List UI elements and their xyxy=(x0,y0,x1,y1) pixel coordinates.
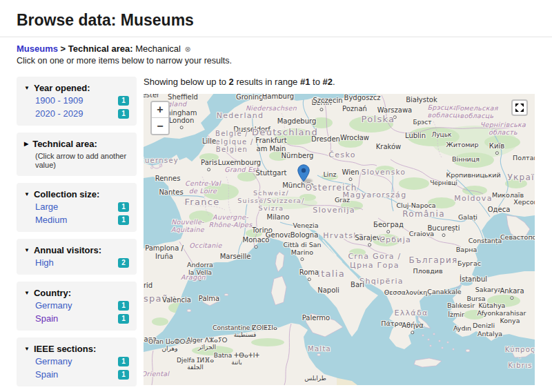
count-badge: 1 xyxy=(118,109,129,119)
filter-option-medium[interactable]: Medium xyxy=(35,215,67,226)
filter-option-high[interactable]: High xyxy=(35,257,54,268)
results-count: 2 xyxy=(229,77,234,87)
breadcrumb-filter-label: Technical area: xyxy=(68,43,133,54)
filter-box-technical-area: ▶ Technical area: (Click arrow to add an… xyxy=(17,133,137,176)
title-divider xyxy=(0,37,552,37)
filter-toggle-country[interactable]: ▼ Country: xyxy=(24,288,129,298)
chevron-down-icon: ▼ xyxy=(24,247,30,254)
filter-sidebar: ▼ Year opened: 1900 - 1909 1 2020 - 2029… xyxy=(17,77,137,392)
count-badge: 1 xyxy=(118,370,129,380)
chevron-down-icon: ▼ xyxy=(24,346,30,353)
filter-option-large[interactable]: Large xyxy=(35,202,58,213)
filter-option-row: Spain 1 xyxy=(35,313,129,324)
filter-option-1900-1909[interactable]: 1900 - 1909 xyxy=(35,95,83,106)
filter-option-row: Large 1 xyxy=(35,202,129,213)
results-range-end: #2 xyxy=(323,77,333,87)
filter-toggle-year-opened[interactable]: ▼ Year opened: xyxy=(24,83,129,93)
breadcrumb-museums-link[interactable]: Museums xyxy=(17,43,58,54)
count-badge: 1 xyxy=(118,202,129,212)
count-badge: 2 xyxy=(118,258,129,268)
filter-option-row: 1900 - 1909 1 xyxy=(35,95,129,106)
results-summary: Showing below up to 2 results in range #… xyxy=(144,77,535,87)
filter-label: IEEE sections: xyxy=(34,344,96,354)
filter-box-country: ▼ Country: Germany 1 Spain 1 xyxy=(17,282,137,331)
results-panel: Showing below up to 2 results in range #… xyxy=(144,77,535,392)
filter-option-row: Medium 1 xyxy=(35,215,129,226)
filter-option-row: High 2 xyxy=(35,257,129,268)
filter-option-row: 2020 - 2029 1 xyxy=(35,108,129,119)
breadcrumb-separator: > xyxy=(61,43,66,54)
chevron-down-icon: ▼ xyxy=(24,191,30,198)
breadcrumb-filter-value: Mechanical xyxy=(135,43,181,54)
filter-label: Annual visitors: xyxy=(34,245,101,255)
page-title: Browse data: Museums xyxy=(17,11,552,30)
filter-label: Collection size: xyxy=(34,189,99,199)
results-prefix: Showing below up to xyxy=(144,77,226,87)
map-pin-icon xyxy=(297,164,310,182)
map[interactable]: ManchesterSheffieldEnglandBirminghamLond… xyxy=(144,94,535,385)
filter-box-collection-size: ▼ Collection size: Large 1 Medium 1 xyxy=(17,183,137,232)
map-zoom-control: + − xyxy=(150,101,170,135)
filter-toggle-ieee-sections[interactable]: ▼ IEEE sections: xyxy=(24,344,129,354)
count-badge: 1 xyxy=(118,301,129,311)
count-badge: 1 xyxy=(118,314,129,324)
breadcrumb: Museums > Technical area: Mechanical ⊗ xyxy=(17,43,535,54)
content-area: ▼ Year opened: 1900 - 1909 1 2020 - 2029… xyxy=(17,77,535,392)
map-marker-muenchen[interactable] xyxy=(297,164,310,185)
fullscreen-button[interactable] xyxy=(511,99,528,116)
count-badge: 1 xyxy=(118,215,129,225)
filter-label: Country: xyxy=(34,288,71,298)
hint-text: Click on one or more items below to narr… xyxy=(17,56,535,66)
remove-filter-icon[interactable]: ⊗ xyxy=(185,45,191,53)
filter-option-ieee-spain[interactable]: Spain xyxy=(35,369,58,380)
filter-label: Technical area: xyxy=(32,139,97,149)
results-range-start: #1 xyxy=(300,77,310,87)
filter-box-year-opened: ▼ Year opened: 1900 - 1909 1 2020 - 2029… xyxy=(17,77,137,126)
chevron-down-icon: ▼ xyxy=(24,290,30,297)
zoom-out-button[interactable]: − xyxy=(152,118,168,134)
fullscreen-icon xyxy=(515,103,524,112)
filter-toggle-collection-size[interactable]: ▼ Collection size: xyxy=(24,189,129,199)
filter-box-ieee-sections: ▼ IEEE sections: Germany 1 Spain 1 xyxy=(17,337,137,386)
filter-option-ieee-germany[interactable]: Germany xyxy=(35,356,72,367)
filter-option-row: Germany 1 xyxy=(35,356,129,367)
filter-option-row: Germany 1 xyxy=(35,300,129,311)
filter-toggle-annual-visitors[interactable]: ▼ Annual visitors: xyxy=(24,245,129,255)
count-badge: 1 xyxy=(118,357,129,366)
results-middle: results in range xyxy=(236,77,297,87)
page-header: Browse data: Museums xyxy=(0,11,552,37)
map-terrain xyxy=(144,94,535,385)
count-badge: 1 xyxy=(118,96,129,106)
filter-option-2020-2029[interactable]: 2020 - 2029 xyxy=(35,108,83,119)
filter-option-country-spain[interactable]: Spain xyxy=(35,313,58,324)
filter-box-annual-visitors: ▼ Annual visitors: High 2 xyxy=(17,239,137,275)
chevron-down-icon: ▼ xyxy=(24,85,30,92)
chevron-right-icon: ▶ xyxy=(24,141,28,148)
filter-option-country-germany[interactable]: Germany xyxy=(35,300,72,311)
filter-note: (Click arrow to add another value) xyxy=(35,152,129,170)
zoom-in-button[interactable]: + xyxy=(152,102,168,118)
filter-label: Year opened: xyxy=(34,83,90,93)
filter-option-row: Spain 1 xyxy=(35,369,129,380)
filter-toggle-technical-area[interactable]: ▶ Technical area: xyxy=(24,139,129,149)
results-to: to xyxy=(313,77,320,87)
